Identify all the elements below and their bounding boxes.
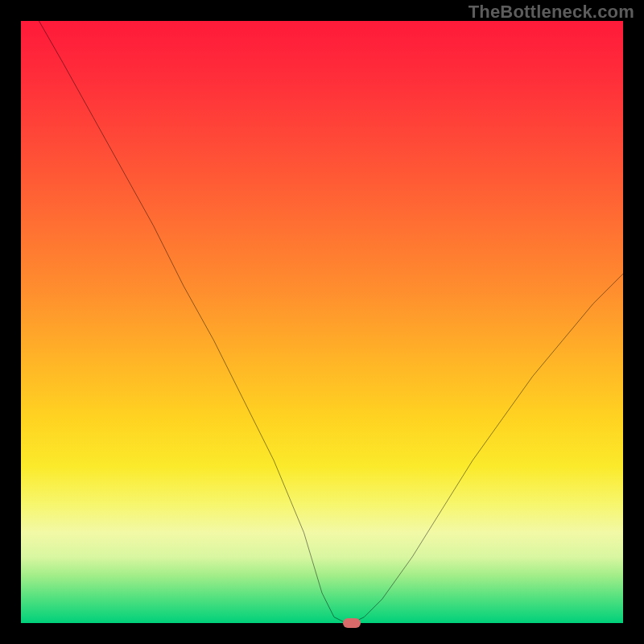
bottleneck-curve bbox=[21, 21, 623, 623]
watermark-text: TheBottleneck.com bbox=[469, 2, 634, 23]
optimum-marker bbox=[343, 618, 361, 628]
plot-area bbox=[21, 21, 623, 623]
chart-frame: TheBottleneck.com bbox=[0, 0, 644, 644]
